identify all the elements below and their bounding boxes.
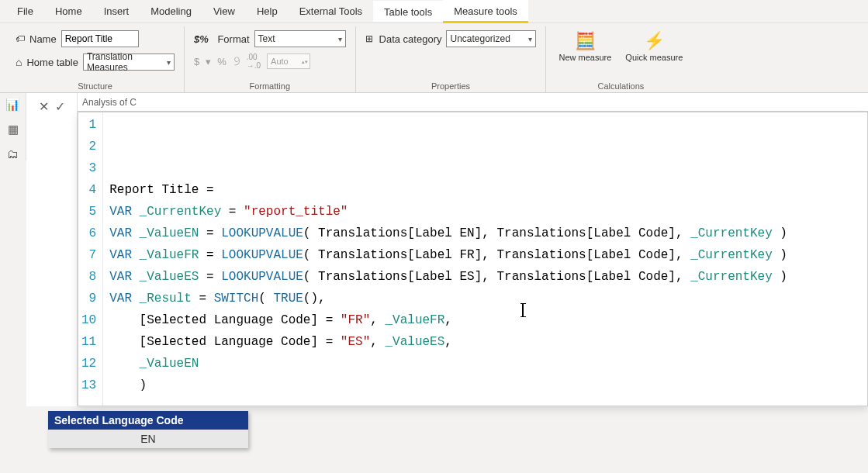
menu-measure-tools[interactable]: Measure tools — [443, 0, 528, 23]
formatting-group-label: Formatting — [194, 80, 346, 91]
calculations-group-label: Calculations — [555, 80, 686, 91]
selected-language-value: EN — [48, 430, 248, 448]
model-view-icon[interactable]: 🗂 — [7, 147, 19, 161]
line-gutter: 12345678910111213 — [78, 112, 103, 406]
code-area[interactable]: Report Title = VAR _CurrentKey = "report… — [103, 112, 867, 406]
code-line[interactable]: [Selected Language Code] = "FR", _ValueF… — [109, 309, 861, 331]
formula-bar: ✕ ✓ Analysis of C 12345678910111213 Repo… — [26, 93, 868, 406]
menu-table-tools[interactable]: Table tools — [373, 1, 443, 22]
formula-commit-icon[interactable]: ✓ — [55, 99, 65, 114]
thousands-button[interactable]: 𝟿 — [233, 54, 240, 68]
code-line[interactable]: _ValueEN — [109, 353, 861, 375]
selected-language-header: Selected Language Code — [48, 411, 248, 430]
page-tab[interactable]: Analysis of C — [82, 97, 137, 108]
format-label: $% Format — [194, 33, 250, 45]
format-dropdown[interactable]: Text — [254, 30, 346, 47]
ribbon: Name Home table Translation Measures Str… — [0, 23, 868, 93]
data-view-icon[interactable]: ▦ — [8, 123, 19, 136]
structure-group-label: Structure — [16, 80, 175, 91]
code-line[interactable]: Report Title = — [109, 179, 861, 201]
data-category-dropdown[interactable]: Uncategorized — [446, 30, 536, 47]
menu-insert[interactable]: Insert — [93, 2, 140, 21]
formula-cancel-icon[interactable]: ✕ — [39, 99, 49, 114]
code-line[interactable]: ) — [109, 375, 861, 396]
ribbon-group-structure: Name Home table Translation Measures Str… — [6, 26, 185, 92]
menu-view[interactable]: View — [202, 2, 246, 21]
home-table-label: Home table — [16, 56, 78, 68]
percent-button[interactable]: % — [217, 56, 227, 67]
ribbon-group-formatting: $% Format Text $ ▾ % 𝟿 .00→.0 Auto Forma… — [185, 26, 356, 92]
ribbon-group-calculations: 🧮 New measure ⚡ Quick measure Calculatio… — [546, 26, 695, 92]
decimals-button[interactable]: .00→.0 — [247, 53, 261, 70]
text-cursor-icon — [522, 303, 524, 317]
menubar: File Home Insert Modeling View Help Exte… — [0, 0, 868, 23]
dax-editor[interactable]: 12345678910111213 Report Title = VAR _Cu… — [78, 112, 868, 406]
decimal-places-spinner[interactable]: Auto — [267, 54, 310, 69]
code-line[interactable]: VAR _CurrentKey = "report_title" — [109, 201, 861, 223]
menu-file[interactable]: File — [6, 2, 44, 21]
name-label: Name — [16, 33, 57, 45]
main-area: 📊 ▦ 🗂 Transa Transac ✕ ✓ — [0, 93, 868, 161]
code-line[interactable]: VAR _ValueES = LOOKUPVALUE( Translations… — [109, 266, 861, 288]
new-measure-button[interactable]: 🧮 New measure — [555, 29, 614, 64]
menu-external-tools[interactable]: External Tools — [289, 2, 373, 21]
code-line[interactable]: VAR _ValueEN = LOOKUPVALUE( Translations… — [109, 223, 861, 244]
properties-group-label: Properties — [365, 80, 537, 91]
menu-modeling[interactable]: Modeling — [140, 2, 202, 21]
menu-help[interactable]: Help — [246, 2, 289, 21]
measure-name-input[interactable] — [61, 30, 139, 47]
selected-language-visual[interactable]: Selected Language Code EN — [48, 411, 248, 448]
home-table-dropdown[interactable]: Translation Measures — [83, 54, 175, 71]
calculator-icon: 🧮 — [575, 31, 596, 51]
menu-home[interactable]: Home — [44, 2, 93, 21]
currency-dropdown-icon[interactable]: ▾ — [206, 56, 211, 67]
quick-measure-icon: ⚡ — [644, 31, 665, 51]
code-line[interactable]: VAR _Result = SWITCH( TRUE(), — [109, 288, 861, 309]
code-line[interactable]: [Selected Language Code] = "ES", _ValueE… — [109, 331, 861, 353]
code-line[interactable]: VAR _ValueFR = LOOKUPVALUE( Translations… — [109, 244, 861, 266]
currency-button[interactable]: $ — [194, 56, 199, 67]
report-canvas: Transa Transac ✕ ✓ Analysis of C — [26, 93, 868, 161]
code-line[interactable] — [109, 396, 861, 406]
data-category-label: Data category — [365, 33, 442, 45]
view-rail: 📊 ▦ 🗂 — [0, 93, 26, 161]
quick-measure-button[interactable]: ⚡ Quick measure — [622, 29, 686, 64]
quick-measure-label: Quick measure — [625, 53, 683, 62]
new-measure-label: New measure — [558, 53, 611, 62]
ribbon-group-properties: Data category Uncategorized Properties — [356, 26, 547, 92]
report-view-icon[interactable]: 📊 — [5, 98, 20, 112]
